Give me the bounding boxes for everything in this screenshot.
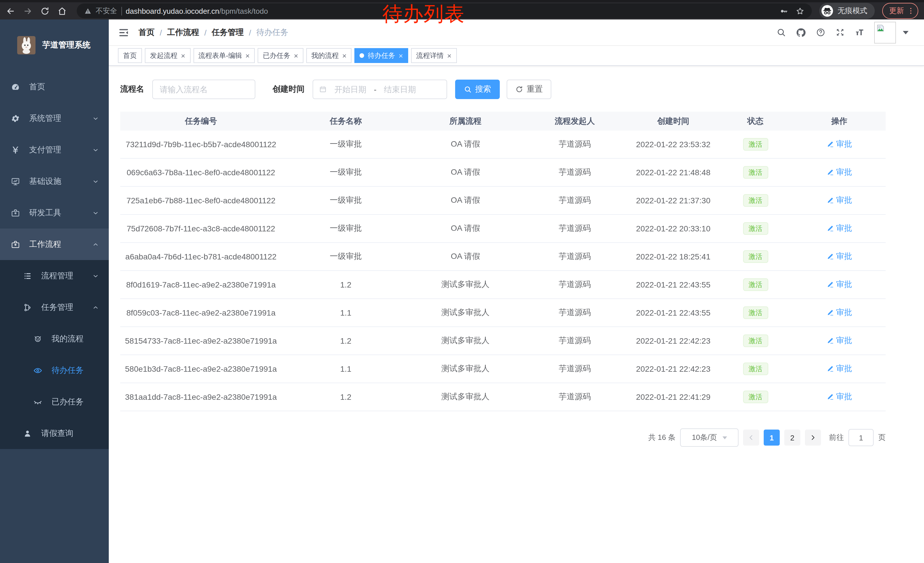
table-row: 069c6a63-7b8a-11ec-8ef0-acde48001122一级审批…	[120, 159, 886, 187]
start-date-input[interactable]	[329, 85, 372, 94]
update-label[interactable]: 更新	[889, 6, 904, 16]
approve-link[interactable]: 审批	[826, 392, 852, 402]
page-number-1[interactable]: 1	[764, 429, 780, 446]
column-header: 任务编号	[120, 116, 282, 126]
search-icon[interactable]	[776, 27, 786, 37]
approve-link[interactable]: 审批	[826, 224, 852, 234]
approve-link[interactable]: 审批	[826, 364, 852, 374]
starter-cell: 芋道源码	[521, 279, 628, 290]
process-name-cell: OA 请假	[410, 224, 521, 234]
back-icon[interactable]	[6, 6, 15, 16]
sidebar-item-5[interactable]: 工作流程	[0, 228, 109, 260]
security-label[interactable]: 不安全	[96, 6, 117, 16]
app: 芋道管理系统 首页系统管理支付管理基础设施研发工具工作流程流程管理任务管理我的流…	[0, 20, 924, 563]
approve-link[interactable]: 审批	[826, 195, 852, 206]
starter-cell: 芋道源码	[521, 308, 628, 318]
created-time-cell: 2022-01-21 22:42:23	[628, 364, 718, 374]
search-button[interactable]: 搜索	[455, 80, 500, 99]
chevron-down-icon	[92, 178, 99, 185]
toolbox-icon	[11, 208, 20, 217]
chevron-down-icon	[92, 209, 99, 216]
annotation-text: 待办列表	[382, 1, 465, 27]
close-icon[interactable]: ×	[294, 52, 298, 59]
github-icon[interactable]	[796, 27, 806, 38]
close-icon[interactable]: ×	[181, 52, 185, 59]
screen: 不安全 dashboard.yudao.iocoder.cn/bpm/task/…	[0, 0, 924, 563]
approve-link[interactable]: 审批	[826, 139, 852, 150]
prev-page-button[interactable]	[743, 429, 759, 446]
sidebar-item-11[interactable]: 请假查询	[0, 417, 109, 449]
approve-link[interactable]: 审批	[826, 279, 852, 290]
process-name-input[interactable]	[152, 80, 255, 99]
action-cell: 审批	[793, 139, 886, 150]
sidebar-item-3[interactable]: 基础设施	[0, 165, 109, 197]
close-icon[interactable]: ×	[245, 52, 250, 59]
edit-icon	[826, 197, 834, 204]
close-icon[interactable]: ×	[342, 52, 346, 59]
approve-link[interactable]: 审批	[826, 336, 852, 346]
reload-icon[interactable]	[40, 6, 50, 16]
sidebar-item-0[interactable]: 首页	[0, 71, 109, 102]
key-icon[interactable]	[780, 7, 788, 15]
goto-page-input[interactable]	[848, 429, 874, 446]
sidebar-item-4[interactable]: 研发工具	[0, 197, 109, 228]
tab-6[interactable]: 流程详情×	[411, 48, 456, 63]
browser-menu-icon[interactable]	[907, 7, 915, 15]
tab-3[interactable]: 已办任务×	[258, 48, 303, 63]
task-name-cell: 1.2	[282, 392, 410, 401]
tab-5[interactable]: 待办任务×	[355, 48, 408, 63]
sidebar-item-7[interactable]: 任务管理	[0, 291, 109, 323]
sidebar-item-1[interactable]: 系统管理	[0, 102, 109, 134]
end-date-input[interactable]	[379, 85, 421, 94]
avatar[interactable]	[874, 21, 896, 43]
next-page-button[interactable]	[805, 429, 821, 446]
task-name-cell: 1.2	[282, 336, 410, 345]
approve-link[interactable]: 审批	[826, 251, 852, 262]
breadcrumb-item[interactable]: 任务管理	[212, 27, 244, 38]
approve-link[interactable]: 审批	[826, 167, 852, 177]
tab-label: 发起流程	[150, 51, 177, 60]
sidebar-item-6[interactable]: 流程管理	[0, 260, 109, 291]
tab-4[interactable]: 我的流程×	[306, 48, 352, 63]
home-icon[interactable]	[57, 6, 67, 16]
sidebar-logo-row[interactable]: 芋道管理系统	[0, 20, 109, 71]
breadcrumb-item[interactable]: 工作流程	[167, 27, 199, 38]
close-icon[interactable]: ×	[399, 52, 403, 59]
sidebar-item-10[interactable]: 已办任务	[0, 386, 109, 417]
sidebar-item-label: 系统管理	[29, 113, 61, 123]
sidebar-item-label: 请假查询	[41, 428, 73, 438]
task-name-cell: 一级审批	[282, 139, 410, 150]
sidebar-item-8[interactable]: 我的流程	[0, 323, 109, 354]
update-button[interactable]: 更新	[882, 3, 918, 19]
approve-link[interactable]: 审批	[826, 308, 852, 318]
sidebar-item-9[interactable]: 待办任务	[0, 354, 109, 386]
approve-label: 审批	[836, 251, 852, 262]
star-icon[interactable]	[796, 7, 804, 15]
approve-label: 审批	[836, 279, 852, 290]
action-cell: 审批	[793, 279, 886, 290]
forward-icon[interactable]	[23, 6, 33, 16]
process-name-cell: 测试多审批人	[410, 336, 521, 346]
sidebar-collapse-icon[interactable]	[118, 27, 129, 38]
starter-cell: 芋道源码	[521, 364, 628, 374]
fullscreen-icon[interactable]	[835, 27, 845, 37]
broken-image-icon	[876, 23, 885, 32]
breadcrumb-item[interactable]: 首页	[138, 27, 154, 38]
close-icon[interactable]: ×	[447, 52, 452, 59]
sidebar-item-2[interactable]: 支付管理	[0, 134, 109, 165]
edit-icon	[826, 141, 834, 148]
help-icon[interactable]	[816, 27, 825, 37]
avatar-dropdown-icon[interactable]	[903, 31, 909, 34]
page-numbers: 12	[764, 429, 800, 446]
tab-2[interactable]: 流程表单-编辑×	[193, 48, 255, 63]
tab-1[interactable]: 发起流程×	[145, 48, 190, 63]
page-number-2[interactable]: 2	[784, 429, 800, 446]
date-range-picker[interactable]: -	[313, 80, 447, 99]
font-size-icon[interactable]	[855, 27, 864, 37]
created-time-cell: 2022-01-21 22:43:55	[628, 280, 718, 289]
reset-button[interactable]: 重置	[507, 80, 551, 99]
task-name-cell: 1.1	[282, 364, 410, 374]
tab-0[interactable]: 首页	[118, 48, 142, 63]
tab-label: 首页	[123, 51, 137, 60]
page-size-select[interactable]: 10条/页	[680, 428, 738, 447]
